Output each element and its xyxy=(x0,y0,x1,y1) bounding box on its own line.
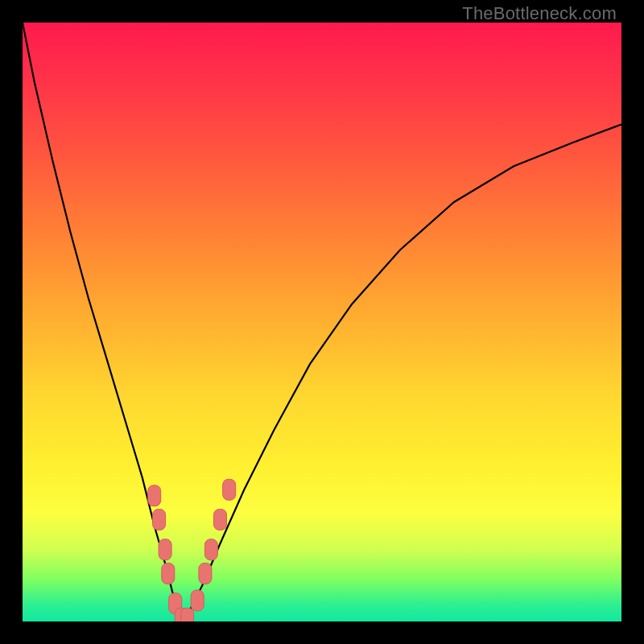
curve-marker xyxy=(162,564,175,584)
curve-marker xyxy=(191,590,204,611)
curve-marker xyxy=(204,539,217,560)
curve-marker xyxy=(223,479,236,500)
curve-layer xyxy=(23,23,621,621)
watermark-text: TheBottleneck.com xyxy=(462,3,617,24)
plot-frame xyxy=(23,23,621,621)
curve-marker xyxy=(159,539,171,560)
curve-marker xyxy=(148,485,161,506)
bottleneck-curve xyxy=(23,23,621,621)
curve-marker xyxy=(181,608,194,621)
curve-markers xyxy=(148,479,236,621)
curve-marker xyxy=(153,510,166,530)
curve-marker xyxy=(214,510,227,530)
curve-marker xyxy=(199,564,212,584)
